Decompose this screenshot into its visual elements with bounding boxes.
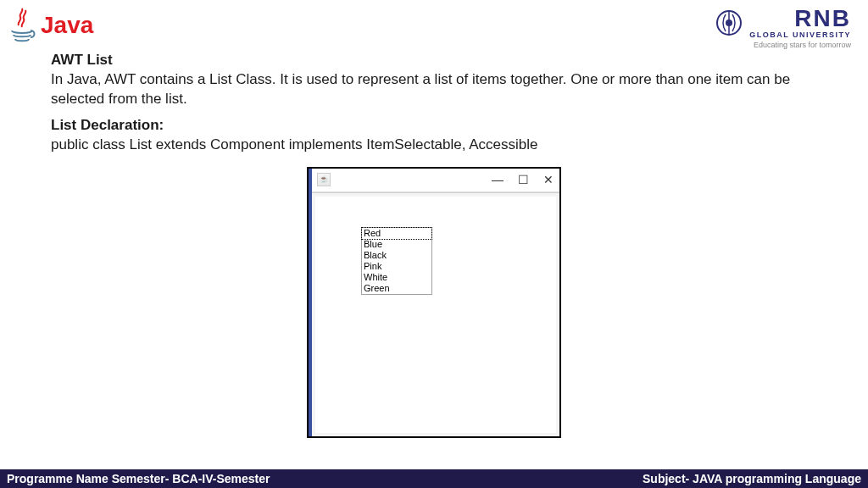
svg-point-1 (726, 19, 732, 26)
window-titlebar: ☕ — ☐ ✕ (312, 169, 559, 192)
footer-left: Programme Name Semester- BCA-IV-Semester (7, 472, 270, 485)
footer-right: Subject- JAVA programming Language (643, 472, 861, 485)
declaration-code: public class List extends Component impl… (51, 136, 817, 155)
rnb-subtitle: GLOBAL UNIVERSITY (749, 30, 851, 39)
java-logo: Java (7, 7, 93, 44)
list-item[interactable]: Red (361, 227, 432, 240)
awt-window-screenshot: ☕ — ☐ ✕ RedBlueBlackPinkWhiteGreen (307, 167, 561, 438)
rnb-globe-icon (715, 9, 743, 36)
maximize-button[interactable]: ☐ (517, 174, 529, 186)
rnb-logo: RNB GLOBAL UNIVERSITY Educating stars fo… (715, 7, 851, 49)
java-cup-icon (7, 7, 37, 44)
list-item[interactable]: Blue (362, 239, 431, 250)
rnb-tagline: Educating stars for tomorrow (715, 41, 851, 49)
paragraph-intro: In Java, AWT contains a List Class. It i… (51, 70, 817, 109)
minimize-button[interactable]: — (492, 174, 504, 186)
window-controls: — ☐ ✕ (492, 174, 554, 186)
close-button[interactable]: ✕ (542, 174, 554, 186)
slide-content: AWT List In Java, AWT contains a List Cl… (0, 51, 868, 438)
list-item[interactable]: Black (362, 250, 431, 261)
java-app-icon: ☕ (317, 173, 331, 186)
list-item[interactable]: White (362, 272, 431, 283)
awt-list[interactable]: RedBlueBlackPinkWhiteGreen (361, 227, 432, 295)
window-body: RedBlueBlackPinkWhiteGreen (312, 192, 559, 436)
slide-header: Java RNB GLOBAL UNIVERSITY Educating sta… (0, 0, 868, 49)
rnb-title: RNB (749, 7, 851, 30)
slide-footer: Programme Name Semester- BCA-IV-Semester… (0, 469, 868, 488)
declaration-title: List Declaration: (51, 116, 817, 136)
list-item[interactable]: Pink (362, 261, 431, 272)
section-title: AWT List (51, 51, 817, 70)
java-logo-text: Java (41, 12, 93, 39)
list-item[interactable]: Green (362, 283, 431, 294)
